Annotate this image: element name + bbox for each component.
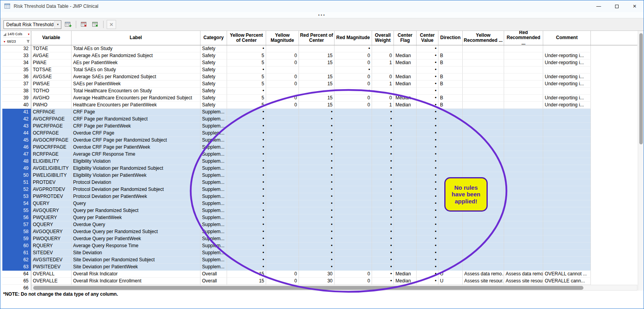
cell[interactable]: Eligibility Violation per Randomized Sub…	[72, 165, 200, 172]
cell[interactable]: •	[417, 271, 438, 278]
cell[interactable]	[335, 243, 372, 250]
cell[interactable]: •	[227, 200, 266, 207]
cell[interactable]: •	[227, 186, 266, 193]
cell[interactable]: •	[227, 221, 266, 228]
cell[interactable]	[463, 151, 504, 158]
cell[interactable]: •	[417, 102, 438, 109]
cell[interactable]	[543, 45, 591, 52]
cell[interactable]: RCRFPAGE	[31, 151, 72, 158]
cell[interactable]: AVGPROTDEV	[31, 186, 72, 193]
minimize-button[interactable]: —	[590, 0, 608, 12]
columns-menu-triangle-icon[interactable]: ▼	[27, 33, 30, 36]
cell[interactable]	[266, 158, 299, 165]
cell[interactable]: Supplem...	[200, 200, 227, 207]
cell[interactable]	[335, 207, 372, 214]
cell[interactable]: Query	[72, 200, 200, 207]
cell[interactable]	[543, 250, 591, 257]
cell[interactable]	[299, 88, 335, 95]
cell[interactable]: Site Deviation per Randomized Subject	[72, 257, 200, 264]
cell[interactable]: Safety	[200, 81, 227, 88]
cell[interactable]	[463, 228, 504, 235]
cell[interactable]: •	[299, 250, 335, 257]
cell[interactable]: •	[299, 151, 335, 158]
cell[interactable]: CRF Page per Randomized Subject	[72, 116, 200, 123]
cell[interactable]: •	[299, 123, 335, 130]
cell[interactable]	[543, 228, 591, 235]
cell[interactable]: Overall	[200, 278, 227, 285]
cell[interactable]: •	[372, 250, 394, 257]
vertical-scrollbar-thumb[interactable]	[639, 33, 643, 144]
cell[interactable]: •	[417, 81, 438, 88]
cell[interactable]	[504, 74, 543, 81]
cell[interactable]: •	[227, 228, 266, 235]
cell[interactable]: 15	[299, 74, 335, 81]
column-header-direction[interactable]: Direction	[438, 31, 463, 45]
cell[interactable]	[504, 207, 543, 214]
cell[interactable]: Assess data remo...	[463, 271, 504, 278]
cell[interactable]: •	[417, 74, 438, 81]
column-header-red-recommended[interactable]: Red Recommended ...	[504, 31, 543, 45]
cell[interactable]	[266, 130, 299, 137]
cell[interactable]	[543, 186, 591, 193]
row-number[interactable]: 52	[2, 186, 31, 193]
cell[interactable]	[438, 221, 463, 228]
cell[interactable]	[504, 264, 543, 271]
cell[interactable]: Overdue CRF Page	[72, 130, 200, 137]
cell[interactable]	[335, 186, 372, 193]
row-number[interactable]: 64	[2, 271, 31, 278]
cell[interactable]	[394, 45, 417, 52]
cell[interactable]	[463, 116, 504, 123]
cell[interactable]: Safety	[200, 74, 227, 81]
cell[interactable]	[504, 179, 543, 186]
row-number[interactable]: 46	[2, 144, 31, 151]
cell[interactable]	[543, 257, 591, 264]
cell[interactable]	[438, 200, 463, 207]
cell[interactable]	[463, 137, 504, 144]
cell[interactable]	[463, 235, 504, 243]
cell[interactable]: AVGHO	[31, 95, 72, 102]
cell[interactable]: •	[227, 207, 266, 214]
cell[interactable]: •	[417, 130, 438, 137]
cell[interactable]	[394, 130, 417, 137]
cell[interactable]	[266, 123, 299, 130]
cell[interactable]: Under-reporting i...	[543, 95, 591, 102]
cell[interactable]	[438, 45, 463, 52]
row-number[interactable]: 34	[2, 59, 31, 66]
cell[interactable]: Supplem...	[200, 243, 227, 250]
cell[interactable]: •	[227, 250, 266, 257]
cell[interactable]	[504, 81, 543, 88]
row-number[interactable]: 42	[2, 116, 31, 123]
cell[interactable]	[266, 179, 299, 186]
cell[interactable]: Overall	[200, 271, 227, 278]
cell[interactable]: •	[417, 235, 438, 243]
cell[interactable]: Supplem...	[200, 264, 227, 271]
cell[interactable]	[394, 66, 417, 74]
cell[interactable]	[463, 172, 504, 179]
cell[interactable]	[372, 88, 394, 95]
cell[interactable]: •	[227, 235, 266, 243]
cell[interactable]	[463, 52, 504, 59]
vertical-scrollbar[interactable]	[638, 31, 644, 291]
cell[interactable]	[394, 193, 417, 200]
cell[interactable]: •	[299, 243, 335, 250]
column-header-overall-weight[interactable]: Overall Weight	[372, 31, 394, 45]
row-number[interactable]: 45	[2, 137, 31, 144]
cell[interactable]: •	[299, 235, 335, 243]
cell[interactable]	[504, 221, 543, 228]
cell[interactable]	[504, 102, 543, 109]
cell[interactable]	[463, 88, 504, 95]
cell[interactable]	[438, 214, 463, 221]
cell[interactable]: •	[417, 116, 438, 123]
cell[interactable]: •	[417, 228, 438, 235]
cell[interactable]	[394, 257, 417, 264]
cell[interactable]: B	[438, 74, 463, 81]
chevron-down-icon[interactable]: ▾	[54, 21, 61, 29]
cell[interactable]: Overdue CRF Page per Randomized Subject	[72, 137, 200, 144]
cell[interactable]: •	[299, 116, 335, 123]
cell[interactable]: OVERALLE	[31, 278, 72, 285]
row-number[interactable]: 53	[2, 193, 31, 200]
cell[interactable]: •	[227, 158, 266, 165]
cell[interactable]: •	[299, 137, 335, 144]
cell[interactable]: Site Deviation	[72, 250, 200, 257]
cell[interactable]: Under-reporting i...	[543, 102, 591, 109]
